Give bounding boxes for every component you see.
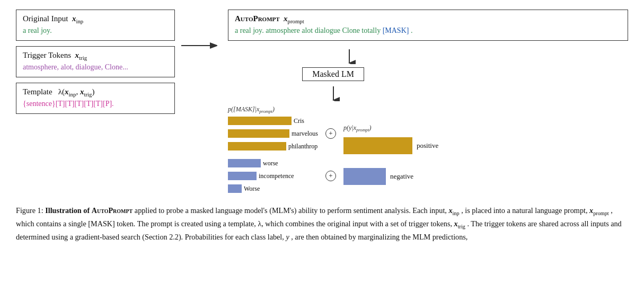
bar-Worse: [228, 184, 242, 193]
autoprompt-end: .: [411, 26, 413, 34]
gold-bars-group: Cris marvelous philanthrop: [228, 116, 318, 153]
trigger-tokens-title: Trigger Tokens xtrig: [23, 51, 168, 61]
bar-philanthrop: [228, 142, 286, 150]
blue-bars-group: worse incompetence Worse: [228, 158, 318, 195]
template-title: Template λ(xinp, xtrig): [23, 87, 168, 98]
bar-row-marvelous: marvelous: [228, 128, 318, 139]
caption-fig: Figure 1:: [16, 206, 43, 215]
diagram-area: Original Input xinp a real joy. Trigger …: [16, 10, 628, 195]
out-bar-negative: [343, 168, 386, 185]
caption-area: Figure 1: Illustration of AutoPrompt app…: [16, 205, 628, 242]
bar-label-marvelous: marvelous: [292, 130, 318, 138]
bar-worse: [228, 159, 261, 167]
output-positive-row: positive: [343, 137, 438, 154]
bar-label-worse: worse: [263, 160, 278, 167]
right-section: AutoPrompt xprompt a real joy. atmospher…: [223, 10, 628, 195]
original-input-title: Original Input xinp: [23, 14, 168, 24]
bars-section: p([MASK]|xprompt) Cris marvelous: [228, 105, 438, 195]
bar-row-cris: Cris: [228, 116, 318, 126]
output-negative-row: negative: [343, 168, 438, 185]
original-input-text: a real joy.: [23, 26, 168, 35]
caption-text1: applied to probe a masked language model…: [135, 206, 449, 215]
autoprompt-text: a real joy. atmosphere alot dialogue Clo…: [235, 26, 621, 35]
bar-label-Worse: Worse: [244, 185, 260, 193]
prob-right-label: p(y|xprompt): [343, 124, 438, 132]
template-text: {sentence}[T][T][T][T][T][P].: [23, 100, 168, 108]
autoprompt-box: AutoPrompt xprompt a real joy. atmospher…: [228, 10, 628, 41]
prob-left-label: p([MASK]|xprompt): [228, 105, 318, 114]
plus-circle-positive: +: [325, 128, 336, 139]
bar-label-cris: Cris: [294, 117, 304, 125]
right-arrow: [175, 10, 223, 88]
autoprompt-green: a real joy.: [235, 26, 264, 34]
bar-cris: [228, 117, 292, 125]
caption-xinp-sub: inp: [453, 210, 460, 216]
right-arrow-svg: [180, 30, 217, 88]
masked-lm-block: Masked LM: [228, 48, 438, 195]
autoprompt-mask: [MASK]: [383, 26, 409, 34]
trigger-tokens-box: Trigger Tokens xtrig atmosphere, alot, d…: [16, 46, 175, 77]
diagram-lower: Masked LM: [228, 48, 628, 195]
output-bars: p(y|xprompt) positive negative: [343, 124, 438, 185]
bar-row-philanthrop: philanthrop: [228, 141, 318, 152]
caption-y: y: [286, 233, 289, 241]
caption-xprompt-sub: prompt: [593, 210, 609, 216]
caption-xtrig-sub: trig: [458, 224, 465, 229]
bar-incompetence: [228, 172, 257, 180]
out-label-positive: positive: [417, 141, 438, 150]
bar-label-incompetence: incompetence: [259, 172, 294, 180]
out-bar-positive: [343, 137, 412, 154]
caption-xtrig: x: [454, 219, 458, 228]
bar-marvelous: [228, 129, 289, 138]
bar-row-worse: worse: [228, 158, 318, 169]
template-box: Template λ(xinp, xtrig) {sentence}[T][T]…: [16, 83, 175, 114]
caption-text2: , is placed into a natural language prom…: [461, 206, 589, 215]
plus-circle-negative: +: [325, 171, 336, 181]
autoprompt-title: AutoPrompt xprompt: [235, 14, 621, 24]
bar-label-philanthrop: philanthrop: [288, 143, 317, 150]
trigger-tokens-text: atmosphere, alot, dialogue, Clone...: [23, 63, 168, 72]
bar-row-Worse: Worse: [228, 183, 318, 194]
caption-bold: Illustration of AutoPrompt: [45, 206, 133, 215]
bar-row-incompetence: incompetence: [228, 171, 318, 181]
left-boxes: Original Input xinp a real joy. Trigger …: [16, 10, 175, 114]
down-arrow-svg: [339, 48, 360, 64]
out-label-negative: negative: [390, 172, 413, 181]
caption-xinp: x: [448, 206, 452, 215]
autoprompt-rest: atmosphere alot dialogue Clone totally: [266, 26, 382, 34]
masked-lm-title: Masked LM: [302, 67, 364, 81]
down-arrow2-svg: [323, 85, 344, 101]
caption-text5: , are then obtained by marginalizing the…: [291, 233, 467, 241]
xinp-sub: inp: [76, 18, 83, 24]
connector-area: + +: [325, 123, 336, 187]
original-input-box: Original Input xinp a real joy.: [16, 10, 175, 41]
